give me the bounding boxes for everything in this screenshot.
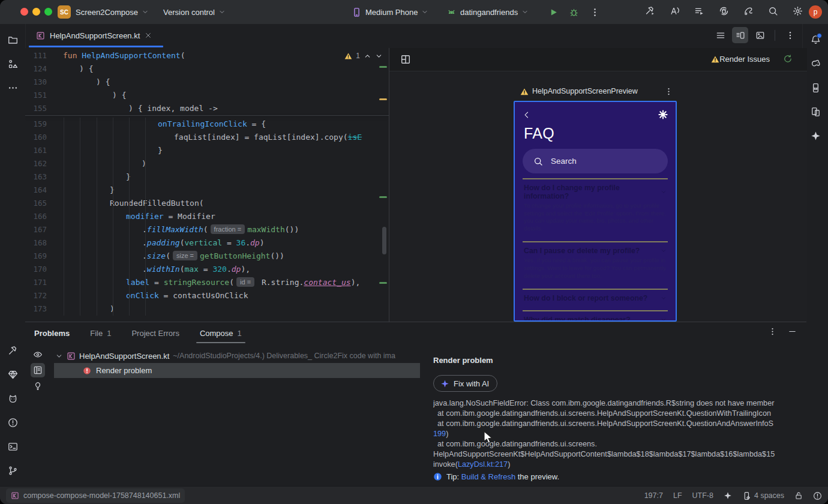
code-line-151[interactable]: 151) { (25, 89, 389, 102)
lock-open-icon[interactable] (794, 491, 803, 500)
code-text[interactable]: ) { index, model -> (128, 102, 218, 115)
split-view-button[interactable] (732, 27, 748, 43)
build-hammer-button[interactable] (645, 6, 655, 18)
code-line-111[interactable]: 111fun HelpAndSupportContent( (25, 49, 389, 62)
design-view-button[interactable] (752, 27, 768, 43)
code-view-button[interactable] (712, 27, 728, 43)
settings-gear-button[interactable] (793, 6, 803, 18)
code-text[interactable]: } (126, 170, 131, 184)
tab-compose[interactable]: Compose1 (200, 322, 242, 344)
line-number[interactable]: 130 (25, 76, 47, 89)
stripe-git-branch[interactable] (4, 462, 21, 479)
status-file[interactable]: compose-compose-model-1758748140651.xml (6, 488, 185, 503)
tab-problems[interactable]: Problems (34, 322, 70, 344)
trace-link[interactable]: 199 (433, 430, 446, 438)
ai-code-button[interactable] (670, 6, 680, 18)
debug-button[interactable] (569, 0, 579, 24)
device-selector[interactable]: Medium Phone (352, 0, 428, 24)
line-number[interactable]: 161 (25, 144, 47, 157)
code-text[interactable]: .widthIn(max = 320.dp), (142, 263, 250, 276)
run-button[interactable] (548, 0, 559, 24)
line-number[interactable]: 170 (25, 263, 47, 276)
code-text[interactable]: .fillMaxWidth(fraction =maxWidth()) (142, 223, 299, 236)
line-number[interactable]: 173 (25, 302, 47, 316)
code-editor[interactable]: 111fun HelpAndSupportContent(124) {130) … (25, 48, 389, 322)
render-problem-row[interactable]: Render problem (54, 363, 420, 378)
task-list-button[interactable] (694, 6, 704, 18)
code-text[interactable]: onClick = contactUsOnClick (126, 289, 248, 302)
vcs-menu[interactable]: Version control (163, 0, 226, 24)
code-text[interactable]: ) (110, 302, 115, 316)
prev-issue-icon[interactable] (364, 52, 371, 60)
line-number[interactable]: 160 (25, 131, 47, 144)
line-number[interactable]: 151 (25, 89, 47, 102)
code-line-130[interactable]: 130) { (25, 76, 389, 89)
profiler-button[interactable] (719, 6, 729, 18)
build-refresh-link[interactable]: Build & Refresh (461, 472, 515, 481)
stripe-app-quality-gem[interactable] (4, 366, 21, 383)
line-number[interactable]: 172 (25, 289, 47, 302)
code-text[interactable]: ) { (112, 89, 126, 102)
ide-errors-icon[interactable] (813, 491, 822, 500)
user-avatar[interactable]: p (809, 5, 822, 19)
tab-project-errors[interactable]: Project Errors (131, 322, 179, 344)
code-text[interactable]: .padding(vertical = 36.dp) (142, 236, 265, 250)
file-encoding[interactable]: UTF-8 (692, 491, 713, 500)
line-number[interactable]: 111 (25, 49, 47, 62)
code-text[interactable]: modifier = Modifier (126, 210, 215, 223)
gemini-status-icon[interactable] (724, 491, 732, 500)
stripe-hammer[interactable] (4, 342, 21, 359)
refresh-preview-icon[interactable] (783, 54, 793, 64)
code-review-button[interactable] (743, 6, 754, 18)
tab-helpandsupportscreen[interactable]: HelpAndSupportScreen.kt (29, 24, 159, 47)
line-number[interactable]: 165 (25, 197, 47, 210)
fix-with-ai-button[interactable]: Fix with AI (433, 375, 497, 392)
line-number[interactable]: 171 (25, 276, 47, 289)
line-number[interactable]: 168 (25, 236, 47, 250)
line-number[interactable]: 167 (25, 223, 47, 236)
code-text[interactable]: onTrailingIconClick = { (158, 118, 266, 131)
tab-file[interactable]: File1 (90, 322, 111, 344)
stripe-device-manager[interactable] (807, 79, 824, 96)
preview-layout-icon[interactable] (400, 54, 411, 65)
indent-setting[interactable]: 4 spaces (742, 491, 784, 500)
line-number[interactable]: 162 (25, 157, 47, 170)
code-text[interactable]: label = stringResource(id = R.string.con… (126, 276, 360, 289)
code-text[interactable]: fun HelpAndSupportContent( (63, 49, 185, 62)
line-number[interactable]: 166 (25, 210, 47, 223)
close-tab-icon[interactable] (145, 32, 152, 39)
stripe-logcat-cat[interactable] (4, 390, 21, 407)
quick-fix-button[interactable] (31, 379, 45, 393)
editor-options-button[interactable] (782, 27, 798, 43)
stripe-gradle-elephant[interactable] (807, 55, 824, 72)
file-tree-node[interactable]: HelpAndSupportScreen.kt ~/AndroidStudioP… (55, 349, 425, 363)
stripe-terminal[interactable] (4, 438, 21, 455)
code-line-155[interactable]: 155) { index, model -> (25, 102, 389, 115)
inspection-widget[interactable]: 1 (344, 52, 383, 60)
code-text[interactable]: ) { (96, 76, 110, 89)
more-run-actions-button[interactable] (590, 0, 600, 24)
code-text[interactable]: } (110, 184, 115, 197)
stripe-folder[interactable] (4, 31, 21, 48)
stripe-gemini-sparkle[interactable] (807, 127, 824, 144)
editor-scrollbar[interactable] (382, 227, 386, 254)
stripe-structure[interactable] (4, 55, 21, 72)
code-text[interactable]: ) { (79, 62, 93, 76)
line-number[interactable]: 163 (25, 170, 47, 184)
stripe-problems-alert[interactable] (4, 414, 21, 431)
zoom-window-button[interactable] (44, 8, 52, 16)
render-issues-label[interactable]: Render Issues (719, 55, 770, 64)
code-line-124[interactable]: 124) { (25, 62, 389, 76)
minimize-window-button[interactable] (32, 8, 40, 16)
code-text[interactable]: .size(size =getButtonHeight()) (142, 250, 284, 263)
search-button[interactable] (768, 6, 778, 18)
project-menu[interactable]: Screen2Compose (76, 0, 149, 24)
code-text[interactable]: RoundedFilledButton( (110, 197, 204, 210)
trace-link[interactable]: LazyDsl.kt:217 (458, 460, 508, 469)
line-number[interactable]: 159 (25, 118, 47, 131)
code-text[interactable]: faqList[index] = faqList[index].copy(isE (174, 131, 362, 144)
view-options-button[interactable] (31, 347, 45, 362)
run-configuration-selector[interactable]: datingandfriends (446, 0, 529, 24)
line-number[interactable]: 155 (25, 102, 47, 115)
line-number[interactable]: 164 (25, 184, 47, 197)
